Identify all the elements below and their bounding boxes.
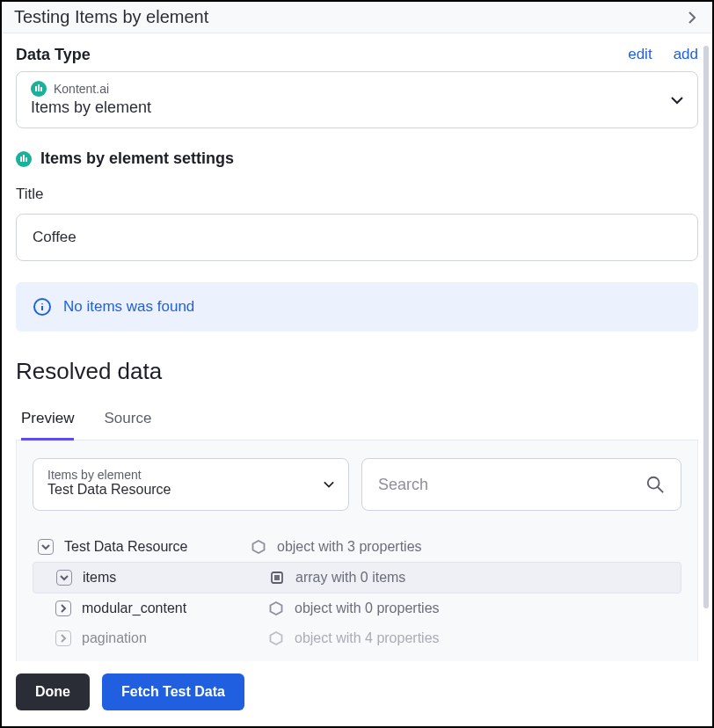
search-box[interactable]: [361, 458, 681, 511]
scrollbar[interactable]: [703, 46, 709, 608]
array-icon: [269, 570, 285, 586]
resolved-tabs: Preview Source: [16, 410, 698, 440]
tab-source[interactable]: Source: [104, 410, 151, 440]
tree-label: pagination: [82, 630, 258, 646]
tree-meta: array with 0 items: [295, 570, 405, 586]
svg-rect-4: [23, 155, 25, 162]
tab-preview[interactable]: Preview: [21, 410, 74, 440]
kontent-brand-icon: [31, 81, 47, 97]
info-text: No items was found: [63, 298, 194, 316]
svg-marker-10: [253, 541, 265, 553]
info-icon: [33, 298, 51, 316]
fetch-test-data-button[interactable]: Fetch Test Data: [102, 673, 244, 710]
title-input[interactable]: [16, 214, 698, 261]
edit-link[interactable]: edit: [628, 46, 652, 63]
chevron-down-icon: [324, 477, 334, 492]
data-type-select[interactable]: Kontent.ai Items by element: [16, 71, 698, 128]
svg-rect-5: [26, 157, 27, 162]
tree-label: items: [83, 570, 259, 586]
tree-row-pagination[interactable]: pagination object with 4 properties: [33, 623, 681, 653]
tree-label: Test Data Resource: [64, 539, 240, 555]
data-type-provider: Kontent.ai: [54, 82, 109, 96]
svg-rect-0: [35, 86, 37, 91]
add-link[interactable]: add: [674, 46, 698, 63]
resource-dropdown-label: Items by element: [47, 468, 334, 482]
data-type-actions: edit add: [628, 46, 698, 63]
data-type-label: Data Type: [16, 46, 91, 64]
panel-content: Data Type edit add Kontent.ai Items by e…: [2, 33, 712, 661]
settings-title: Items by element settings: [40, 149, 234, 168]
collapse-icon[interactable]: [55, 630, 71, 646]
svg-rect-3: [20, 157, 22, 162]
search-icon: [645, 475, 665, 494]
expand-icon[interactable]: [38, 539, 54, 555]
tree-meta: object with 3 properties: [277, 539, 422, 555]
search-input[interactable]: [378, 476, 608, 494]
collapse-icon[interactable]: [55, 601, 71, 616]
info-banner: No items was found: [16, 282, 698, 331]
tree-meta: object with 4 properties: [295, 630, 440, 646]
collapse-panel-icon[interactable]: [684, 10, 700, 25]
resolved-title: Resolved data: [16, 358, 698, 385]
svg-rect-1: [38, 84, 40, 91]
tree-row-modular[interactable]: modular_content object with 0 properties: [33, 593, 681, 623]
tree-row-items[interactable]: items array with 0 items: [33, 562, 681, 593]
title-field-label: Title: [16, 186, 698, 203]
svg-point-8: [648, 477, 659, 489]
panel-title: Testing Items by element: [14, 7, 208, 27]
svg-marker-15: [271, 602, 282, 615]
tree-meta: object with 0 properties: [295, 601, 440, 616]
data-type-value: Items by element: [31, 98, 683, 117]
object-icon: [251, 539, 266, 555]
expand-icon[interactable]: [56, 570, 72, 586]
preview-panel: Items by element Test Data Resource Test…: [16, 440, 698, 661]
footer: Done Fetch Test Data: [2, 661, 712, 726]
resource-dropdown-value: Test Data Resource: [47, 482, 334, 498]
object-icon: [268, 630, 284, 646]
data-tree: Test Data Resource object with 3 propert…: [33, 532, 681, 653]
chevron-down-icon: [671, 92, 683, 108]
data-type-row: Data Type edit add: [16, 46, 698, 64]
svg-marker-16: [271, 632, 282, 644]
panel-header: Testing Items by element: [2, 2, 712, 33]
svg-line-9: [658, 487, 663, 492]
tree-label: modular_content: [82, 601, 258, 616]
object-icon: [268, 601, 284, 616]
kontent-brand-icon: [16, 151, 32, 167]
done-button[interactable]: Done: [16, 673, 90, 710]
settings-header: Items by element settings: [16, 149, 698, 168]
resource-dropdown[interactable]: Items by element Test Data Resource: [33, 458, 349, 511]
tree-row-root[interactable]: Test Data Resource object with 3 propert…: [33, 532, 681, 562]
svg-rect-2: [40, 87, 42, 91]
